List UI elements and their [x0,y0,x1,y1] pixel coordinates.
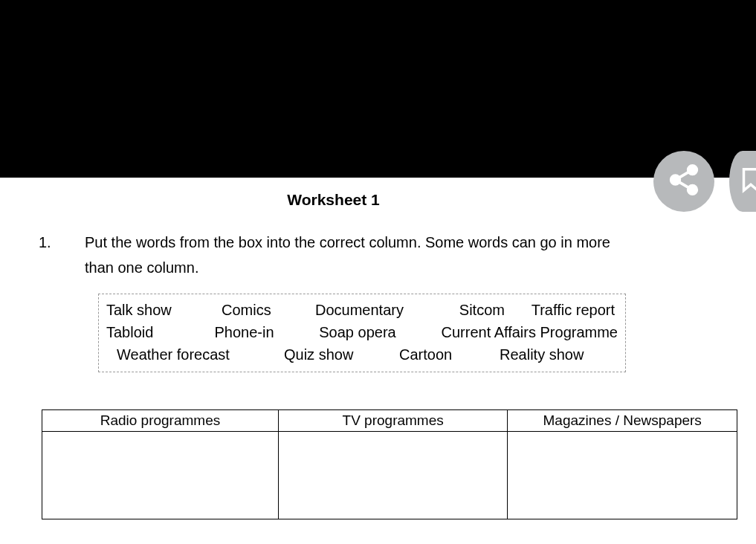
document-content: Worksheet 1 1. Put the words from the bo… [0,178,756,519]
word-item: Quiz show [284,343,399,366]
table-cell-magazines[interactable] [508,432,737,519]
table-header-tv: TV programmes [278,410,508,432]
svg-point-2 [688,186,697,194]
word-item: Reality show [500,343,618,366]
top-black-band [0,0,756,178]
svg-line-4 [679,182,688,188]
word-item: Talk show [106,299,222,321]
share-icon [667,163,701,200]
table-cell-radio[interactable] [42,432,279,519]
action-buttons [653,151,756,212]
word-item: Documentary [315,299,459,321]
word-item: Comics [222,299,315,321]
instruction-text-line2: than one column. [85,259,198,276]
instruction-block: 1. Put the words from the box into the c… [0,230,756,280]
word-box: Talk show Comics Documentary Sitcom Traf… [98,294,626,372]
table-row [42,432,737,519]
table-header-radio: Radio programmes [42,410,279,432]
table-cell-tv[interactable] [278,432,508,519]
table-header-magazines: Magazines / Newspapers [508,410,737,432]
word-item: Cartoon [399,343,500,366]
word-item: Weather forecast [117,343,284,366]
instruction-text-line1: Put the words from the box into the corr… [85,234,610,250]
wordbox-row: Weather forecast Quiz show Cartoon Reali… [106,343,618,366]
svg-point-0 [688,166,697,175]
wordbox-row: Tabloid Phone-in Soap opera Current Affa… [106,321,618,343]
word-item: Phone-in [214,321,319,343]
word-item: Traffic report [532,299,618,321]
svg-point-1 [671,175,680,184]
word-item: Sitcom [459,299,532,321]
instruction-number: 1. [39,230,51,255]
answer-table: Radio programmes TV programmes Magazines… [42,409,737,519]
bookmark-icon [729,163,756,199]
wordbox-row: Talk show Comics Documentary Sitcom Traf… [106,299,618,321]
word-item: Tabloid [106,321,214,343]
share-button[interactable] [653,151,714,212]
word-item: Soap opera [319,321,441,343]
worksheet-title: Worksheet 1 [0,191,756,209]
bookmark-button[interactable] [729,151,756,212]
word-item: Current Affairs Programme [442,321,618,343]
svg-line-3 [679,172,688,178]
